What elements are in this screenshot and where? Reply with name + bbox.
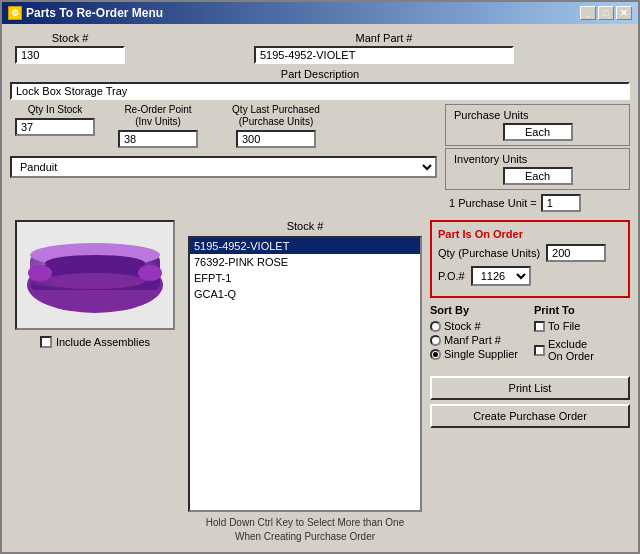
content-area: Stock # Manf Part # Part Description Qty… [2,24,638,552]
print-exclude-label: ExcludeOn Order [548,338,594,362]
qty-in-stock-input[interactable] [15,118,95,136]
stock-label: Stock # [52,32,89,44]
inventory-units-input[interactable] [503,167,573,185]
po-select[interactable]: 1126 [471,266,531,286]
desc-group: Part Description [10,68,630,100]
sort-supplier-row: Single Supplier [430,348,526,360]
sort-supplier-radio[interactable] [430,349,441,360]
inventory-units-box: Inventory Units [445,148,630,190]
include-assemblies-checkbox[interactable] [40,336,52,348]
qty-last-input[interactable] [236,130,316,148]
minimize-button[interactable]: _ [580,6,596,20]
bottom-section: Include Assemblies Stock # 5195-4952-VIO… [10,220,630,544]
print-exclude-row: ExcludeOn Order [534,338,630,362]
sort-print-row: Sort By Stock # Manf Part # Single Suppl… [430,304,630,362]
svg-point-7 [138,265,162,281]
manf-input[interactable] [254,46,514,64]
one-pu-input[interactable] [541,194,581,212]
purchase-units-label: Purchase Units [454,109,621,121]
on-order-box: Part Is On Order Qty (Purchase Units) P.… [430,220,630,298]
qty-purchase-row: Qty (Purchase Units) [438,244,622,262]
stock-input[interactable] [15,46,125,64]
print-box: Print To To File ExcludeOn Order [534,304,630,362]
sort-manf-row: Manf Part # [430,334,526,346]
reorder-label: Re-Order Point(Inv Units) [124,104,191,128]
left-bottom: Include Assemblies [10,220,180,544]
top-fields-row: Stock # Manf Part # [10,32,630,64]
list-item[interactable]: 5195-4952-VIOLET [190,238,420,254]
product-image [15,220,175,330]
close-button[interactable]: ✕ [616,6,632,20]
svg-point-6 [28,265,52,281]
qty-purchase-input[interactable] [546,244,606,262]
center-bottom: Stock # 5195-4952-VIOLET 76392-PINK ROSE… [188,220,422,544]
po-row: P.O.# 1126 [438,266,622,286]
maximize-button[interactable]: □ [598,6,614,20]
sort-manf-radio[interactable] [430,335,441,346]
qty-in-stock-label: Qty In Stock [28,104,82,116]
qty-purchase-label: Qty (Purchase Units) [438,247,540,259]
po-select-wrap: 1126 [471,266,531,286]
print-file-checkbox[interactable] [534,321,545,332]
desc-label: Part Description [281,68,359,80]
print-list-button[interactable]: Print List [430,376,630,400]
title-bar: ⚙ Parts To Re-Order Menu _ □ ✕ [2,2,638,24]
reorder-block: Re-Order Point(Inv Units) [108,104,208,148]
list-item[interactable]: 76392-PINK ROSE [190,254,420,270]
sort-stock-row: Stock # [430,320,526,332]
list-item[interactable]: GCA1-Q [190,286,420,302]
sort-supplier-label: Single Supplier [444,348,518,360]
title-bar-left: ⚙ Parts To Re-Order Menu [8,6,163,20]
one-pu-row: 1 Purchase Unit = [449,194,630,212]
purchase-units-panel: Purchase Units Inventory Units 1 Purchas… [445,104,630,212]
manf-label: Manf Part # [356,32,413,44]
qty-last-block: Qty Last Purchased(Purchase Units) [216,104,336,148]
inventory-units-label: Inventory Units [454,153,621,165]
purchase-units-box: Purchase Units [445,104,630,146]
sort-title: Sort By [430,304,526,316]
reorder-input[interactable] [118,130,198,148]
supplier-row: Panduit [10,156,437,178]
window-title: Parts To Re-Order Menu [26,6,163,20]
stock-group: Stock # [10,32,130,64]
qty-in-stock-block: Qty In Stock [10,104,100,136]
po-label: P.O.# [438,270,465,282]
print-title: Print To [534,304,630,316]
purchase-units-input[interactable] [503,123,573,141]
button-row: Print List Create Purchase Order [430,376,630,428]
title-controls: _ □ ✕ [580,6,632,20]
create-po-button[interactable]: Create Purchase Order [430,404,630,428]
sort-manf-label: Manf Part # [444,334,501,346]
print-file-row: To File [534,320,630,332]
qty-section: Qty In Stock Re-Order Point(Inv Units) Q… [10,104,437,148]
sort-stock-label: Stock # [444,320,481,332]
right-bottom: Part Is On Order Qty (Purchase Units) P.… [430,220,630,544]
on-order-title: Part Is On Order [438,228,622,240]
hint-text: Hold Down Ctrl Key to Select More than O… [188,516,422,544]
supplier-select[interactable]: Panduit [10,156,437,178]
qty-last-label: Qty Last Purchased(Purchase Units) [232,104,320,128]
include-assemblies-label: Include Assemblies [56,336,150,348]
sort-box: Sort By Stock # Manf Part # Single Suppl… [430,304,526,362]
include-assemblies-row: Include Assemblies [40,336,150,348]
app-icon: ⚙ [8,6,22,20]
stock-center-label: Stock # [188,220,422,232]
main-window: ⚙ Parts To Re-Order Menu _ □ ✕ Stock # M… [0,0,640,554]
one-pu-label: 1 Purchase Unit = [449,197,537,209]
list-item[interactable]: EFPT-1 [190,270,420,286]
print-file-label: To File [548,320,580,332]
print-exclude-checkbox[interactable] [534,345,545,356]
sort-stock-radio[interactable] [430,321,441,332]
manf-group: Manf Part # [138,32,630,64]
desc-input[interactable] [10,82,630,100]
svg-point-5 [45,273,145,289]
parts-list[interactable]: 5195-4952-VIOLET 76392-PINK ROSE EFPT-1 … [188,236,422,512]
